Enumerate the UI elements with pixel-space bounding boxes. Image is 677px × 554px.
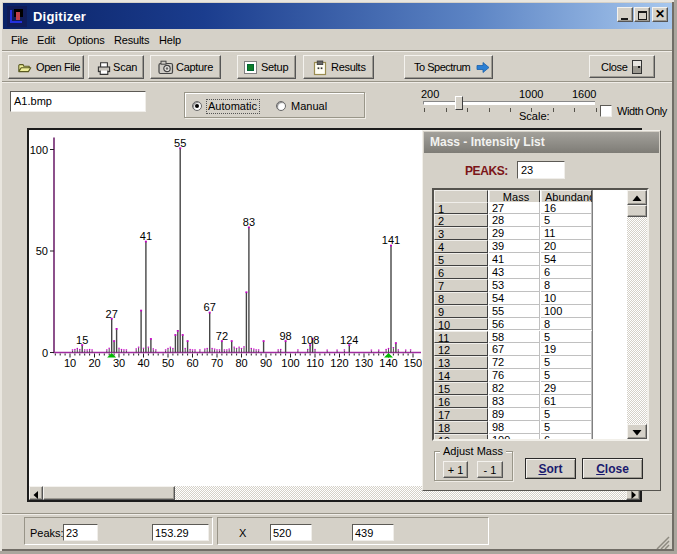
svg-text:100: 100 xyxy=(281,357,299,369)
svg-text:110: 110 xyxy=(306,357,324,369)
svg-text:150: 150 xyxy=(404,357,422,369)
svg-text:124: 124 xyxy=(340,334,358,346)
svg-text:41: 41 xyxy=(140,230,152,242)
svg-text:10: 10 xyxy=(64,357,76,369)
svg-text:30: 30 xyxy=(113,357,125,369)
svg-text:15: 15 xyxy=(76,334,88,346)
svg-text:98: 98 xyxy=(279,330,291,342)
svg-text:67: 67 xyxy=(204,301,216,313)
svg-text:100: 100 xyxy=(30,144,48,156)
svg-text:55: 55 xyxy=(174,137,186,149)
svg-text:120: 120 xyxy=(330,357,348,369)
svg-text:90: 90 xyxy=(260,357,272,369)
svg-text:130: 130 xyxy=(355,357,373,369)
svg-text:0: 0 xyxy=(42,347,48,359)
svg-text:141: 141 xyxy=(382,234,400,246)
svg-text:20: 20 xyxy=(88,357,100,369)
svg-text:80: 80 xyxy=(235,357,247,369)
svg-text:140: 140 xyxy=(379,357,397,369)
svg-text:27: 27 xyxy=(106,308,118,320)
svg-text:108: 108 xyxy=(301,334,319,346)
svg-text:60: 60 xyxy=(186,357,198,369)
svg-text:50: 50 xyxy=(36,245,48,257)
svg-text:50: 50 xyxy=(162,357,174,369)
svg-text:40: 40 xyxy=(137,357,149,369)
svg-text:83: 83 xyxy=(243,216,255,228)
svg-text:72: 72 xyxy=(216,330,228,342)
svg-text:70: 70 xyxy=(211,357,223,369)
